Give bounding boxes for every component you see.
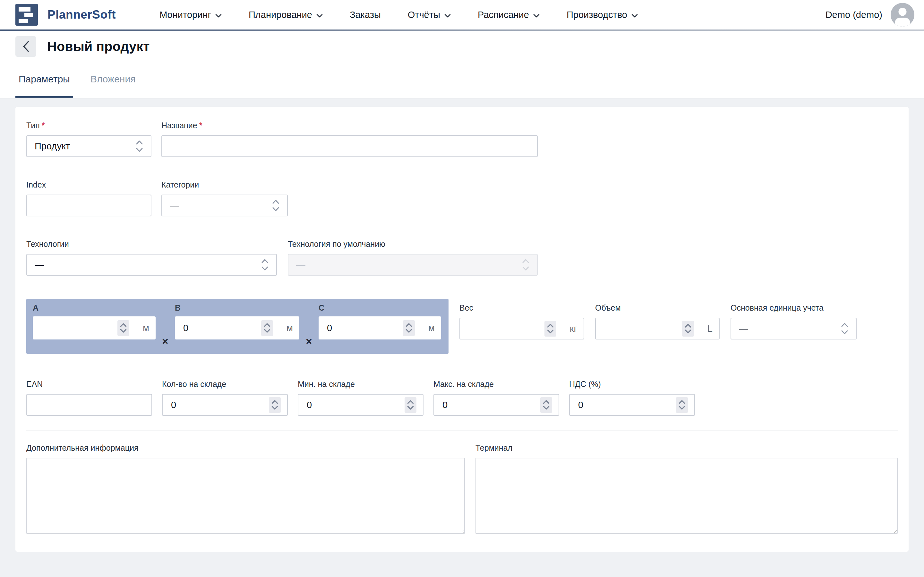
stock-min-stepper[interactable]: [405, 397, 417, 413]
form-row-textareas: Дополнительная информация Терминал: [26, 443, 898, 534]
main-menu: Мониторинг Планирование Заказы Отчёты Ра…: [160, 10, 638, 20]
terminal-label: Терминал: [475, 443, 898, 453]
base-unit-select-value: —: [739, 324, 748, 334]
weight-stepper[interactable]: [544, 321, 556, 337]
stock-max-stepper[interactable]: [540, 397, 552, 413]
index-input[interactable]: [35, 200, 143, 211]
stepper-arrows-icon: [543, 400, 549, 410]
default-technology-label: Технология по умолчанию: [288, 239, 538, 249]
type-select-value: Продукт: [35, 141, 70, 152]
stepper-arrows-icon: [678, 400, 685, 410]
additional-info-label: Дополнительная информация: [26, 443, 465, 453]
user-avatar[interactable]: [891, 3, 914, 27]
type-select[interactable]: Продукт: [26, 135, 152, 157]
field-volume: Объем L: [595, 303, 720, 340]
dim-c-unit: м: [428, 323, 435, 334]
field-weight: Вес кг: [459, 303, 584, 340]
dim-a-input[interactable]: [41, 323, 115, 334]
field-stock-max: Макс. на складе: [433, 380, 559, 416]
dim-c-input[interactable]: [327, 323, 401, 334]
stock-min-input-wrap: [298, 394, 423, 416]
technologies-label: Технологии: [26, 239, 277, 249]
dim-b-unit: м: [286, 323, 293, 334]
field-ean: EAN: [26, 380, 152, 416]
form-row-technologies: Технологии — Технология по умолчанию —: [26, 239, 898, 276]
nav-item-schedule[interactable]: Расписание: [478, 10, 540, 20]
nav-item-monitoring[interactable]: Мониторинг: [160, 10, 222, 20]
dim-c-stepper[interactable]: [403, 320, 415, 336]
stock-max-label: Макс. на складе: [433, 380, 559, 389]
categories-label: Категории: [162, 180, 288, 189]
chevron-up-down-icon: [136, 140, 143, 152]
ean-label: EAN: [26, 380, 152, 389]
form-card: Тип* Продукт Название* Index: [15, 107, 909, 552]
field-stock-min: Мин. на складе: [298, 380, 423, 416]
nav-item-planning[interactable]: Планирование: [249, 10, 323, 20]
field-categories: Категории —: [162, 180, 288, 216]
additional-info-textarea[interactable]: [26, 458, 465, 534]
volume-input-wrap: L: [595, 318, 720, 340]
categories-select-value: —: [170, 200, 179, 211]
stock-max-input-wrap: [433, 394, 559, 416]
terminal-textarea[interactable]: [475, 458, 898, 534]
base-unit-select[interactable]: —: [730, 318, 857, 340]
navbar-right: Demo (demo): [825, 3, 914, 27]
vat-stepper[interactable]: [676, 397, 688, 413]
field-additional-info: Дополнительная информация: [26, 443, 465, 534]
field-name: Название*: [162, 121, 538, 157]
nav-item-label: Расписание: [478, 10, 529, 20]
form-row-type-name: Тип* Продукт Название*: [26, 121, 898, 157]
default-technology-select: —: [288, 254, 538, 276]
brand[interactable]: PlannerSoft: [15, 4, 116, 26]
tab-parameters[interactable]: Параметры: [15, 62, 73, 98]
field-stock-quantity: Кол-во на складе: [162, 380, 288, 416]
categories-select[interactable]: —: [162, 195, 288, 216]
chevron-up-down-icon: [272, 199, 279, 211]
required-mark: *: [42, 121, 45, 130]
stock-max-input[interactable]: [443, 400, 538, 410]
chevron-down-icon: [533, 14, 540, 18]
technologies-select[interactable]: —: [26, 254, 277, 276]
weight-unit: кг: [570, 324, 577, 334]
volume-unit: L: [708, 324, 712, 334]
stock-min-input[interactable]: [307, 400, 402, 410]
dim-a-unit: м: [143, 323, 149, 334]
dim-b-input[interactable]: [183, 323, 258, 334]
name-label: Название*: [162, 121, 538, 130]
stepper-arrows-icon: [264, 323, 270, 333]
stock-quantity-stepper[interactable]: [269, 397, 281, 413]
required-mark: *: [199, 121, 202, 130]
dim-a-label: A: [33, 303, 156, 313]
volume-input[interactable]: [604, 324, 680, 334]
name-input[interactable]: [170, 141, 529, 152]
weight-input[interactable]: [468, 324, 542, 334]
stock-quantity-input-wrap: [162, 394, 288, 416]
technologies-select-value: —: [35, 259, 44, 270]
dim-b-input-wrap: м: [175, 316, 299, 340]
volume-stepper[interactable]: [682, 321, 694, 337]
vat-input[interactable]: [578, 400, 674, 410]
chevron-down-icon: [444, 14, 451, 18]
dimensions-panel: A м × B: [26, 299, 449, 354]
tab-attachments[interactable]: Вложения: [87, 62, 139, 98]
nav-item-orders[interactable]: Заказы: [350, 10, 381, 20]
ean-input-wrap: [26, 394, 152, 416]
nav-item-label: Заказы: [350, 10, 381, 20]
stock-quantity-input[interactable]: [171, 400, 266, 410]
index-input-wrap: [26, 195, 152, 216]
dim-a-input-wrap: м: [33, 316, 156, 340]
back-button[interactable]: [15, 36, 36, 57]
index-label: Index: [26, 180, 152, 189]
base-unit-label: Основная единица учета: [730, 303, 857, 313]
dim-a-stepper[interactable]: [118, 320, 129, 336]
nav-item-reports[interactable]: Отчёты: [408, 10, 451, 20]
chevron-left-icon: [23, 41, 29, 52]
stepper-arrows-icon: [120, 323, 127, 333]
field-dim-a: A м: [33, 303, 156, 340]
user-label[interactable]: Demo (demo): [825, 10, 882, 20]
weight-label: Вес: [459, 303, 584, 313]
nav-item-production[interactable]: Производство: [567, 10, 638, 20]
dim-b-stepper[interactable]: [261, 320, 273, 336]
ean-input[interactable]: [35, 400, 144, 410]
field-default-technology: Технология по умолчанию —: [288, 239, 538, 276]
